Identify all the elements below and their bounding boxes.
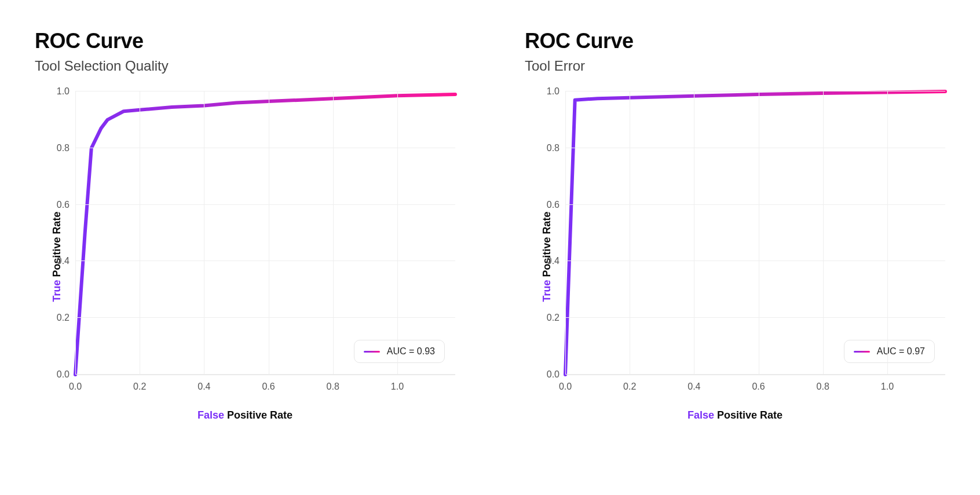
y-tick-label: 0.2	[57, 313, 75, 323]
gridline-v	[75, 91, 76, 375]
chart-area: True Positive Rate AUC = 0.97 0.00.20.40…	[525, 91, 945, 421]
y-tick-label: 0.4	[547, 256, 565, 266]
x-tick-label: 0.8	[817, 375, 829, 392]
roc-panel-right: ROC Curve Tool Error True Positive Rate …	[525, 29, 945, 421]
gridline-v	[759, 91, 759, 375]
gridline-h	[75, 148, 455, 148]
gridline-v	[333, 91, 334, 375]
legend-swatch	[364, 351, 380, 353]
gridline-v	[887, 91, 888, 375]
x-tick-label: 0.6	[752, 375, 765, 392]
charts-container: ROC Curve Tool Selection Quality True Po…	[35, 29, 945, 421]
y-tick-label: 0.8	[57, 143, 75, 153]
x-tick-label: 0.8	[327, 375, 339, 392]
y-tick-label: 0.4	[57, 256, 75, 266]
gridline-h	[565, 91, 945, 91]
gridline-v	[204, 91, 204, 375]
gridline-v	[140, 91, 140, 375]
y-tick-label: 0.8	[547, 143, 565, 153]
chart-title: ROC Curve	[525, 29, 945, 53]
gridline-h	[75, 204, 455, 205]
x-axis-label: False Positive Rate	[688, 409, 782, 421]
x-tick-label: 0.2	[133, 375, 146, 392]
legend-swatch	[854, 351, 870, 353]
roc-curve	[75, 91, 455, 375]
gridline-h	[75, 317, 455, 318]
chart-title: ROC Curve	[35, 29, 455, 53]
x-tick-label: 0.2	[623, 375, 636, 392]
gridline-h	[565, 204, 945, 205]
gridline-h	[75, 91, 455, 91]
x-tick-label: 0.0	[69, 375, 82, 392]
chart-subtitle: Tool Selection Quality	[35, 58, 455, 74]
gridline-v	[397, 91, 398, 375]
roc-panel-left: ROC Curve Tool Selection Quality True Po…	[35, 29, 455, 421]
legend-label: AUC = 0.93	[387, 346, 435, 357]
gridline-v	[630, 91, 630, 375]
gridline-v	[565, 91, 566, 375]
plot-region: AUC = 0.93 0.00.20.40.60.81.00.00.20.40.…	[75, 91, 455, 375]
y-tick-label: 1.0	[57, 86, 75, 97]
gridline-v	[694, 91, 694, 375]
chart-area: True Positive Rate AUC = 0.93 0.00.20.40…	[35, 91, 455, 421]
y-tick-label: 1.0	[547, 86, 565, 97]
x-axis-label: False Positive Rate	[198, 409, 292, 421]
x-tick-label: 1.0	[391, 375, 404, 392]
y-tick-label: 0.2	[547, 313, 565, 323]
legend-label: AUC = 0.97	[877, 346, 925, 357]
y-tick-label: 0.6	[57, 200, 75, 210]
gridline-v	[269, 91, 269, 375]
gridline-h	[565, 261, 945, 261]
x-tick-label: 1.0	[881, 375, 894, 392]
x-tick-label: 0.6	[262, 375, 275, 392]
x-tick-label: 0.4	[688, 375, 700, 392]
x-tick-label: 0.0	[559, 375, 572, 392]
gridline-h	[565, 148, 945, 148]
legend: AUC = 0.93	[354, 340, 445, 363]
legend: AUC = 0.97	[844, 340, 935, 363]
y-tick-label: 0.6	[547, 200, 565, 210]
gridline-h	[565, 317, 945, 318]
x-tick-label: 0.4	[198, 375, 210, 392]
plot-region: AUC = 0.97 0.00.20.40.60.81.00.00.20.40.…	[565, 91, 945, 375]
roc-curve	[565, 91, 945, 375]
gridline-h	[75, 261, 455, 261]
chart-subtitle: Tool Error	[525, 58, 945, 74]
gridline-v	[823, 91, 824, 375]
